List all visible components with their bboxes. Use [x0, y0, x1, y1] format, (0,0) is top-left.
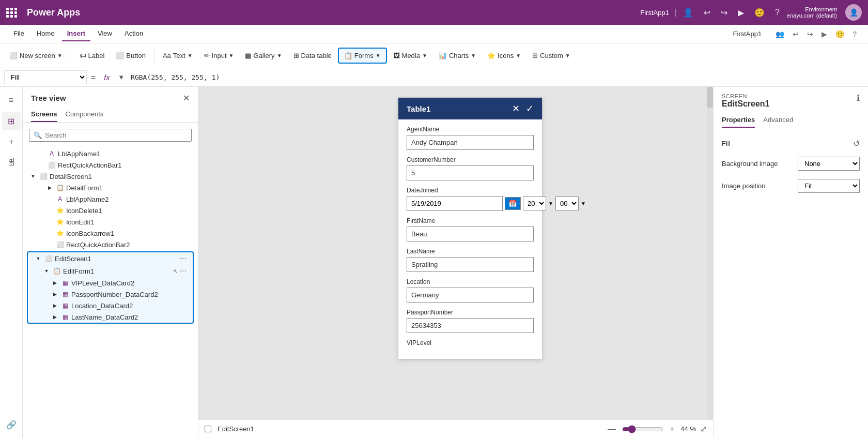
button-button[interactable]: ⬜ Button: [111, 49, 151, 63]
zoom-slider[interactable]: [622, 425, 663, 433]
avatar[interactable]: 👤: [845, 4, 862, 21]
form-confirm-button[interactable]: ✓: [526, 103, 534, 114]
charts-button[interactable]: 📊 Charts ▼: [433, 49, 481, 63]
sidebar-add-icon[interactable]: ＋: [2, 132, 21, 151]
play-menu-icon[interactable]: ▶: [818, 28, 830, 40]
formula-input[interactable]: [131, 73, 864, 81]
tree-label-detailform1: DetailForm1: [66, 184, 192, 192]
redo-menu-icon[interactable]: ↪: [804, 28, 816, 40]
props-fill-refresh[interactable]: ↺: [853, 139, 860, 148]
tree-item-lastname-datacard2[interactable]: ▶ ▦ LastName_DataCard2: [28, 311, 193, 323]
toolbar: ⬜ New screen ▼ 🏷 Label ⬜ Button Aa Text …: [0, 43, 868, 68]
tree-item-lblappname2[interactable]: A LblAppName2: [23, 193, 198, 205]
menu-insert[interactable]: Insert: [62, 26, 90, 41]
calendar-button[interactable]: 📅: [505, 197, 521, 210]
props-bg-image-select[interactable]: None: [798, 157, 860, 171]
tree-item-passportnumber-datacard2[interactable]: ▶ ▦ PassportNumber_DataCard2: [28, 289, 193, 300]
props-section-label: SCREEN: [722, 93, 769, 99]
form-date-input[interactable]: [407, 196, 503, 211]
tree-item-rectquickactionbar1[interactable]: ⬜ RectQuickActionBar1: [23, 159, 198, 171]
canvas-scrollbar[interactable]: [707, 87, 713, 438]
forms-button[interactable]: 📋 Forms ▼: [338, 48, 387, 64]
media-button[interactable]: 🖼 Media ▼: [388, 49, 432, 63]
user-icon[interactable]: 👤: [680, 6, 696, 20]
tree-item-detailscreen1[interactable]: ▼ ⬜ DetailScreen1: [23, 171, 198, 182]
person-icon[interactable]: 🙂: [751, 6, 768, 20]
expand-editscreen1[interactable]: ▼: [34, 254, 42, 263]
form-input-passportnumber[interactable]: [407, 318, 534, 333]
expand-editform1[interactable]: ▼: [42, 267, 51, 275]
fullscreen-button[interactable]: ⤢: [700, 424, 707, 434]
text-button[interactable]: Aa Text ▼: [158, 49, 198, 63]
input-button[interactable]: ✏ Input ▼: [199, 49, 239, 63]
tree-item-location-datacard2[interactable]: ▶ ▦ Location_DataCard2: [28, 300, 193, 311]
tree-item-lblappname1[interactable]: A LblAppName1: [23, 148, 198, 159]
hour-select[interactable]: 20: [523, 197, 546, 210]
form-input-agentname[interactable]: [407, 135, 534, 150]
tree-panel-close-button[interactable]: ✕: [183, 93, 190, 103]
icons-chevron: ▼: [516, 53, 521, 58]
tree-item-editscreen1[interactable]: ▼ ⬜ EditScreen1 ···: [28, 252, 193, 265]
canvas-area[interactable]: Table1 ✕ ✓ AgentName CustomerNumber: [198, 87, 713, 438]
custom-button[interactable]: ⊞ Custom ▼: [527, 49, 576, 63]
redo-icon[interactable]: ↪: [718, 6, 731, 20]
menu-file[interactable]: File: [8, 26, 29, 41]
menu-home[interactable]: Home: [32, 26, 60, 41]
sidebar-data-icon[interactable]: 🗄: [2, 153, 21, 172]
label-button[interactable]: 🏷 Label: [74, 49, 110, 63]
expand-lastname[interactable]: ▶: [51, 313, 59, 321]
play-icon[interactable]: ▶: [735, 6, 747, 20]
expand-detailform1[interactable]: ▶: [45, 184, 54, 192]
undo-menu-icon[interactable]: ↩: [789, 28, 802, 40]
props-info-button[interactable]: ℹ: [857, 93, 860, 103]
tree-item-icondelete1[interactable]: ⭐ IconDelete1: [23, 205, 198, 216]
tree-tab-components[interactable]: Components: [66, 107, 104, 122]
tree-item-iconbackarrow1[interactable]: ⭐ IconBackarrow1: [23, 228, 198, 239]
text-icon: Aa: [163, 52, 171, 59]
menu-action[interactable]: Action: [119, 26, 148, 41]
props-image-position-select[interactable]: Fit: [798, 179, 860, 193]
form-input-lastname[interactable]: [407, 257, 534, 272]
expand-passportnumber[interactable]: ▶: [51, 290, 59, 298]
icons-button[interactable]: ⭐ Icons ▼: [482, 49, 526, 63]
fill-select[interactable]: Fill: [4, 70, 87, 84]
expand-location[interactable]: ▶: [51, 301, 59, 310]
sidebar-media-icon[interactable]: 🔗: [2, 415, 21, 434]
editscreen1-options[interactable]: ···: [180, 254, 187, 263]
tree-item-detailform1[interactable]: ▶ 📋 DetailForm1: [23, 182, 198, 193]
data-table-button[interactable]: ⊞ Data table: [288, 49, 337, 63]
new-screen-button[interactable]: ⬜ New screen ▼: [4, 49, 68, 63]
tree-item-iconedit1[interactable]: ⭐ IconEdit1: [23, 216, 198, 228]
tree-tab-screens[interactable]: Screens: [31, 107, 57, 122]
waffle-icon[interactable]: [6, 8, 18, 18]
undo-icon[interactable]: ↩: [701, 6, 714, 20]
tree-item-rectquickactionbar2[interactable]: ⬜ RectQuickActionBar2: [23, 239, 198, 250]
help-icon[interactable]: ?: [772, 6, 783, 19]
expand-viplevel[interactable]: ▶: [51, 279, 59, 287]
sidebar-tree-icon[interactable]: ≡: [2, 91, 21, 110]
form-cancel-button[interactable]: ✕: [512, 103, 520, 114]
zoom-out-button[interactable]: —: [606, 424, 618, 435]
help-menu-icon[interactable]: ?: [849, 28, 860, 40]
person-menu-icon[interactable]: 🙂: [832, 28, 847, 40]
form-input-location[interactable]: [407, 288, 534, 303]
menu-view[interactable]: View: [92, 26, 117, 41]
share-icon[interactable]: 👥: [772, 28, 787, 40]
tree-item-viplevel-datacard2[interactable]: ▶ ▦ VIPLevel_DataCard2: [28, 277, 193, 289]
search-input[interactable]: [45, 131, 187, 139]
props-tab-advanced[interactable]: Advanced: [763, 113, 793, 128]
screen-checkbox[interactable]: [205, 426, 211, 432]
top-bar: Power Apps FirstApp1 👤 ↩ ↪ ▶ 🙂 ? Environ…: [0, 0, 868, 25]
canvas-scrollbar-thumb[interactable]: [707, 87, 713, 108]
zoom-in-button[interactable]: +: [668, 424, 676, 435]
form-input-firstname[interactable]: [407, 226, 534, 241]
props-tab-properties[interactable]: Properties: [722, 113, 755, 128]
expand-detailscreen1[interactable]: ▼: [29, 172, 37, 180]
environment-label: Environment: [805, 6, 837, 12]
form-input-customernumber[interactable]: [407, 165, 534, 180]
editform1-options[interactable]: ···: [180, 266, 187, 276]
sidebar-layers-icon[interactable]: ⊞: [2, 112, 21, 130]
gallery-button[interactable]: ▦ Gallery ▼: [240, 49, 287, 63]
tree-item-editform1[interactable]: ▼ 📋 EditForm1 ↖ ···: [28, 265, 193, 277]
minute-select[interactable]: 00: [555, 197, 579, 210]
